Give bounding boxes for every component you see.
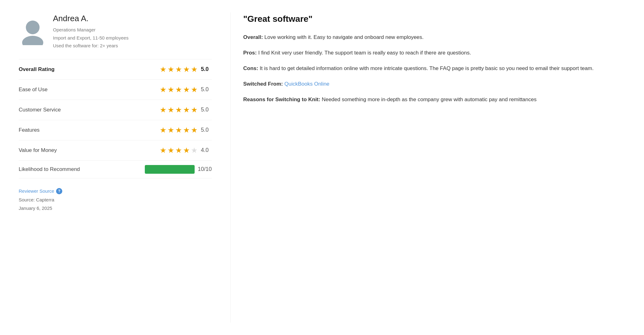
source-date: January 6, 2025 xyxy=(19,205,212,212)
reviewer-info: Andrea A. Operations Manager Import and … xyxy=(53,12,129,50)
switched-from-label: Switched From: xyxy=(243,81,283,87)
likelihood-bar-wrap: 10/10 xyxy=(145,165,212,174)
ease-of-use-right: ★ ★ ★ ★ ★ 5.0 xyxy=(160,84,212,95)
likelihood-row: Likelihood to Recommend 10/10 xyxy=(19,161,212,178)
reasons-text: Needed something more in-depth as the co… xyxy=(320,97,537,102)
overall-stars: ★ ★ ★ ★ ★ xyxy=(160,64,198,75)
star-4: ★ xyxy=(183,64,190,75)
ease-of-use-row: Ease of Use ★ ★ ★ ★ ★ 5.0 xyxy=(19,80,212,100)
review-reasons: Reasons for Switching to Knit: Needed so… xyxy=(243,95,625,104)
value-for-money-value: 4.0 xyxy=(201,146,212,154)
customer-service-value: 5.0 xyxy=(201,106,212,114)
overall-rating-row: Overall Rating ★ ★ ★ ★ ★ 5.0 xyxy=(19,59,212,80)
reviewer-role: Operations Manager Import and Export, 11… xyxy=(53,26,129,50)
pros-label: Pros: xyxy=(243,50,257,56)
ease-of-use-label: Ease of Use xyxy=(19,86,48,94)
customer-service-stars: ★ ★ ★ ★ ★ xyxy=(160,104,198,116)
help-icon: ? xyxy=(56,188,62,194)
likelihood-value: 10/10 xyxy=(198,165,212,173)
customer-service-row: Customer Service ★ ★ ★ ★ ★ 5.0 xyxy=(19,100,212,120)
value-for-money-row: Value for Money ★ ★ ★ ★ ★ 4.0 xyxy=(19,140,212,161)
source-section: Reviewer Source ? Source: Capterra Janua… xyxy=(19,188,212,212)
ease-of-use-stars: ★ ★ ★ ★ ★ xyxy=(160,84,198,95)
likelihood-bar xyxy=(145,165,195,174)
star-2: ★ xyxy=(168,64,174,75)
star-1: ★ xyxy=(160,64,167,75)
review-container: Andrea A. Operations Manager Import and … xyxy=(0,0,644,335)
features-stars: ★ ★ ★ ★ ★ xyxy=(160,125,198,136)
value-for-money-label: Value for Money xyxy=(19,146,57,154)
cons-text: It is hard to get detailed information o… xyxy=(258,65,594,71)
overall-rating-label: Overall Rating xyxy=(19,65,54,73)
reviewer-header: Andrea A. Operations Manager Import and … xyxy=(19,12,212,50)
ratings-section: Overall Rating ★ ★ ★ ★ ★ 5.0 Ease of Use xyxy=(19,59,212,178)
likelihood-label: Likelihood to Recommend xyxy=(19,165,80,173)
svg-point-1 xyxy=(22,36,43,45)
switched-from-link[interactable]: QuickBooks Online xyxy=(284,81,329,87)
left-panel: Andrea A. Operations Manager Import and … xyxy=(19,12,212,323)
overall-label: Overall: xyxy=(243,34,263,40)
review-cons: Cons: It is hard to get detailed informa… xyxy=(243,64,625,73)
review-switched-from: Switched From: QuickBooks Online xyxy=(243,80,625,88)
review-pros: Pros: I find Knit very user friendly. Th… xyxy=(243,49,625,57)
pros-text: I find Knit very user friendly. The supp… xyxy=(257,50,471,56)
customer-service-label: Customer Service xyxy=(19,106,61,114)
overall-text: Love working with it. Easy to navigate a… xyxy=(263,34,424,40)
source-name: Source: Capterra xyxy=(19,196,212,204)
reviewer-source-text: Reviewer Source xyxy=(19,188,54,195)
overall-rating-right: ★ ★ ★ ★ ★ 5.0 xyxy=(160,64,212,75)
reviewer-source-link[interactable]: Reviewer Source ? xyxy=(19,188,212,195)
star-3: ★ xyxy=(175,64,182,75)
review-title: "Great software" xyxy=(243,12,625,26)
value-for-money-right: ★ ★ ★ ★ ★ 4.0 xyxy=(160,145,212,156)
right-panel: "Great software" Overall: Love working w… xyxy=(230,12,625,323)
customer-service-right: ★ ★ ★ ★ ★ 5.0 xyxy=(160,104,212,116)
features-right: ★ ★ ★ ★ ★ 5.0 xyxy=(160,125,212,136)
star-5: ★ xyxy=(191,64,198,75)
reasons-label: Reasons for Switching to Knit: xyxy=(243,97,320,102)
overall-rating-value: 5.0 xyxy=(201,65,212,73)
review-overall: Overall: Love working with it. Easy to n… xyxy=(243,33,625,42)
cons-label: Cons: xyxy=(243,65,258,71)
features-value: 5.0 xyxy=(201,126,212,134)
value-for-money-stars: ★ ★ ★ ★ ★ xyxy=(160,145,198,156)
reviewer-name: Andrea A. xyxy=(53,12,129,25)
features-label: Features xyxy=(19,126,40,134)
avatar xyxy=(19,17,47,45)
svg-point-0 xyxy=(26,21,40,34)
ease-of-use-value: 5.0 xyxy=(201,85,212,94)
features-row: Features ★ ★ ★ ★ ★ 5.0 xyxy=(19,120,212,140)
